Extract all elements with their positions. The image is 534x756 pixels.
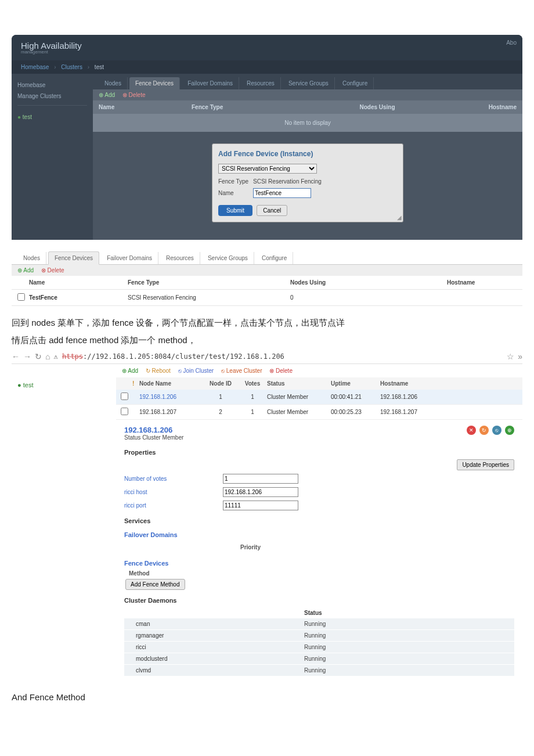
tab-resources[interactable]: Resources	[160, 252, 200, 264]
tab-nodes[interactable]: Nodes	[17, 252, 46, 264]
tab-configure[interactable]: Configure	[256, 252, 293, 264]
home-button[interactable]: ⌂	[45, 352, 50, 361]
table-row[interactable]: 192.168.1.207 2 1 Cluster Member 00:00:2…	[116, 405, 522, 420]
about-link[interactable]: Abo	[506, 39, 517, 46]
toolbar: Add Delete	[12, 265, 522, 276]
row-node-name: 192.168.1.207	[139, 409, 203, 415]
row-hostname: 192.168.1.207	[380, 409, 518, 415]
resize-handle[interactable]: ◢	[397, 214, 402, 221]
tab-configure[interactable]: Configure	[337, 77, 374, 89]
row-hostname: 192.168.1.206	[380, 394, 518, 400]
fence-devices-panel: High Availability management Abo Homebas…	[12, 35, 522, 240]
method-label: Method	[129, 570, 514, 577]
ricci-host-input[interactable]	[223, 487, 298, 497]
fence-device-list-panel: Nodes Fence Devices Failover Domains Res…	[12, 251, 522, 306]
tab-bar: Nodes Fence Devices Failover Domains Res…	[93, 74, 522, 89]
url-protocol: https	[62, 352, 83, 361]
ricci-host-label: ricci host	[124, 489, 223, 495]
tab-resources[interactable]: Resources	[241, 77, 281, 89]
url-bar[interactable]: ⚠ https://192.168.1.205:8084/cluster/tes…	[53, 352, 503, 361]
nodes-table: ! Node Name Node ID Votes Status Uptime …	[116, 377, 522, 420]
add-button[interactable]: Add	[99, 92, 115, 98]
delete-node-icon[interactable]: ✕	[467, 426, 476, 435]
fence-type-select[interactable]: SCSI Reservation Fencing	[218, 164, 317, 174]
join-cluster-button[interactable]: Join Cluster	[178, 368, 214, 374]
col-nodes-using: Nodes Using	[308, 104, 447, 110]
forward-button[interactable]: →	[23, 352, 31, 361]
add-fence-method-button[interactable]: Add Fence Method	[125, 579, 185, 590]
row-checkbox[interactable]	[17, 293, 25, 301]
leave-cluster-button[interactable]: Leave Cluster	[221, 368, 262, 374]
row-status: Cluster Member	[267, 394, 331, 400]
node-title: 192.168.1.206	[124, 426, 183, 434]
col-nodes-using: Nodes Using	[290, 279, 447, 286]
tab-failover-domains[interactable]: Failover Domains	[101, 252, 158, 264]
node-detail-panel: 192.168.1.206 Status Cluster Member ✕ ↻ …	[116, 420, 522, 689]
daemon-row: rgmanagerRunning	[124, 630, 514, 641]
tab-failover-domains[interactable]: Failover Domains	[182, 77, 239, 89]
instruction-text-1: 回到 nodes 菜单下，添加 fence 设备，两个节点配置一样，点击某个节点…	[12, 315, 522, 330]
properties-heading: Properties	[124, 449, 514, 456]
sidebar-manage-clusters[interactable]: Manage Clusters	[17, 91, 87, 102]
sidebar-homebase[interactable]: Homebase	[17, 80, 87, 91]
votes-input[interactable]	[223, 474, 298, 484]
reboot-button[interactable]: Reboot	[146, 368, 171, 374]
browser-toolbar: ← → ↻ ⌂ ⚠ https://192.168.1.205:8084/clu…	[12, 350, 522, 364]
tab-service-groups[interactable]: Service Groups	[283, 77, 335, 89]
tab-service-groups[interactable]: Service Groups	[202, 252, 254, 264]
row-votes: 1	[238, 394, 267, 400]
bookmark-icon[interactable]: ☆	[507, 352, 514, 361]
delete-button[interactable]: Delete	[122, 92, 146, 98]
col-fence-type: Fence Type	[192, 104, 308, 110]
url-path: ://192.168.1.205:8084/cluster/test/192.1…	[83, 352, 284, 361]
breadcrumb-homebase[interactable]: Homebase	[21, 64, 49, 70]
join-node-icon[interactable]: ⊕	[505, 426, 514, 435]
reboot-node-icon[interactable]: ↻	[479, 426, 489, 435]
row-votes: 1	[238, 409, 267, 415]
row-node-id: 2	[203, 409, 238, 415]
tab-fence-devices[interactable]: Fence Devices	[129, 77, 180, 89]
table-header: Name Fence Type Nodes Using Hostname	[12, 276, 522, 290]
reload-button[interactable]: ↻	[35, 352, 42, 361]
add-button[interactable]: Add	[122, 368, 138, 374]
delete-button[interactable]: Delete	[41, 267, 64, 273]
failover-domains-heading: Failover Domains	[124, 531, 514, 538]
breadcrumb-clusters[interactable]: Clusters	[61, 64, 82, 70]
add-button[interactable]: Add	[17, 267, 34, 273]
divider	[17, 105, 87, 106]
priority-col: Priority	[240, 544, 261, 550]
col-name: Name	[99, 104, 192, 110]
col-name: Name	[29, 279, 128, 286]
ssl-warning-icon: ⚠	[53, 352, 57, 361]
table-header: Name Fence Type Nodes Using Hostname	[93, 100, 522, 114]
daemon-row: ricciRunning	[124, 642, 514, 653]
tab-bar: Nodes Fence Devices Failover Domains Res…	[12, 251, 522, 265]
breadcrumb-current: test	[95, 64, 104, 70]
leave-node-icon[interactable]: ⎋	[492, 426, 501, 435]
row-status: Cluster Member	[267, 409, 331, 415]
app-header: High Availability management Abo	[12, 35, 522, 60]
table-row[interactable]: 192.168.1.206 1 1 Cluster Member 00:00:4…	[116, 390, 522, 405]
name-input[interactable]	[253, 188, 311, 198]
sidebar-cluster-test[interactable]: test	[17, 381, 110, 388]
no-item-message: No item to display	[93, 114, 522, 132]
breadcrumb-sep: ›	[54, 64, 56, 70]
menu-icon[interactable]: »	[518, 352, 522, 361]
delete-button[interactable]: Delete	[269, 368, 293, 374]
row-checkbox[interactable]	[121, 408, 128, 415]
back-button[interactable]: ←	[12, 352, 20, 361]
name-label: Name	[218, 190, 253, 196]
col-node-name: Node Name	[139, 380, 203, 387]
col-hostname: Hostname	[447, 104, 517, 110]
table-row[interactable]: TestFence SCSI Reservation Fencing 0	[12, 290, 522, 306]
submit-button[interactable]: Submit	[218, 205, 252, 216]
update-properties-button[interactable]: Update Properties	[457, 459, 514, 470]
cancel-button[interactable]: Cancel	[257, 205, 287, 216]
tab-nodes[interactable]: Nodes	[99, 77, 128, 89]
sidebar-cluster-test[interactable]: test	[17, 111, 87, 123]
daemon-row: cmanRunning	[124, 618, 514, 629]
row-checkbox[interactable]	[121, 393, 128, 400]
ricci-port-input[interactable]	[223, 501, 298, 510]
fence-type-value: SCSI Reservation Fencing	[253, 178, 322, 185]
tab-fence-devices[interactable]: Fence Devices	[48, 251, 99, 265]
